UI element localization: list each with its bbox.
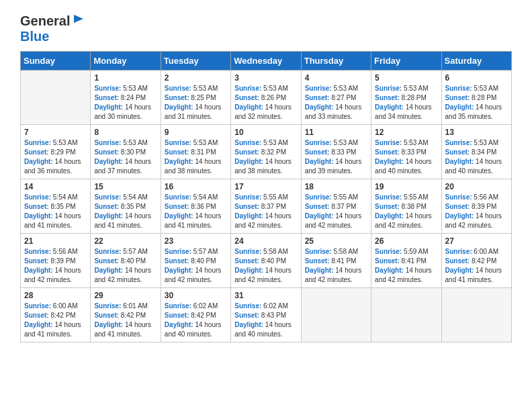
calendar-cell: 17 Sunrise: 5:55 AM Sunset: 8:37 PM Dayl… xyxy=(231,179,301,234)
calendar-cell: 21 Sunrise: 5:56 AM Sunset: 8:39 PM Dayl… xyxy=(21,234,91,288)
sunrise-label: Sunrise: xyxy=(234,302,261,310)
day-number: 24 xyxy=(234,236,297,246)
cell-info: Sunrise: 5:53 AM Sunset: 8:28 PM Dayligh… xyxy=(375,84,437,122)
daylight-label: Daylight: xyxy=(234,212,263,220)
sunset-label: Sunset: xyxy=(445,94,470,101)
calendar-cell: 11 Sunrise: 5:53 AM Sunset: 8:33 PM Dayl… xyxy=(301,125,371,179)
sunset-label: Sunset: xyxy=(24,148,49,156)
sunset-label: Sunset: xyxy=(375,203,400,210)
weekday-header-friday: Friday xyxy=(371,52,441,71)
daylight-label: Daylight: xyxy=(165,212,193,220)
daylight-label: Daylight: xyxy=(94,321,123,328)
sunrise-label: Sunrise: xyxy=(375,248,402,255)
weekday-header-wednesday: Wednesday xyxy=(231,52,301,71)
day-number: 4 xyxy=(305,73,367,83)
sunrise-label: Sunrise: xyxy=(305,85,332,92)
daylight-label: Daylight: xyxy=(375,267,404,274)
daylight-label: Daylight: xyxy=(305,103,334,111)
daylight-label: Daylight: xyxy=(375,212,404,220)
daylight-label: Daylight: xyxy=(94,103,123,111)
sunrise-label: Sunrise: xyxy=(24,302,51,310)
day-number: 10 xyxy=(234,128,297,137)
sunrise-label: Sunrise: xyxy=(234,193,261,201)
sunset-label: Sunset: xyxy=(165,203,189,210)
cell-info: Sunrise: 6:02 AM Sunset: 8:42 PM Dayligh… xyxy=(165,302,227,339)
daylight-label: Daylight: xyxy=(305,267,334,274)
cell-info: Sunrise: 5:58 AM Sunset: 8:41 PM Dayligh… xyxy=(305,247,367,285)
daylight-label: Daylight: xyxy=(24,212,53,220)
cell-info: Sunrise: 5:54 AM Sunset: 8:36 PM Dayligh… xyxy=(165,193,227,230)
logo-general-text: General xyxy=(20,13,70,29)
day-number: 29 xyxy=(94,291,157,300)
cell-info: Sunrise: 5:55 AM Sunset: 8:38 PM Dayligh… xyxy=(375,193,437,230)
day-number: 7 xyxy=(24,128,87,137)
cell-info: Sunrise: 5:58 AM Sunset: 8:40 PM Dayligh… xyxy=(234,247,297,285)
sunset-label: Sunset: xyxy=(305,148,330,156)
cell-info: Sunrise: 5:53 AM Sunset: 8:28 PM Dayligh… xyxy=(445,84,508,122)
cell-info: Sunrise: 5:55 AM Sunset: 8:37 PM Dayligh… xyxy=(234,193,297,230)
daylight-label: Daylight: xyxy=(234,158,263,165)
sunrise-label: Sunrise: xyxy=(165,85,191,92)
sunrise-label: Sunrise: xyxy=(165,248,191,255)
day-number: 16 xyxy=(165,182,227,191)
calendar-table: SundayMondayTuesdayWednesdayThursdayFrid… xyxy=(20,51,512,342)
calendar-cell: 3 Sunrise: 5:53 AM Sunset: 8:26 PM Dayli… xyxy=(231,71,301,125)
logo-flag-icon xyxy=(71,13,86,28)
calendar-cell: 23 Sunrise: 5:57 AM Sunset: 8:40 PM Dayl… xyxy=(161,234,230,288)
cell-info: Sunrise: 5:53 AM Sunset: 8:29 PM Dayligh… xyxy=(24,138,87,176)
sunrise-label: Sunrise: xyxy=(94,85,121,92)
sunrise-label: Sunrise: xyxy=(445,139,472,146)
sunset-label: Sunset: xyxy=(375,257,400,265)
sunrise-label: Sunrise: xyxy=(94,248,121,255)
sunrise-label: Sunrise: xyxy=(94,193,121,201)
sunset-label: Sunset: xyxy=(24,203,49,210)
cell-info: Sunrise: 6:00 AM Sunset: 8:42 PM Dayligh… xyxy=(445,247,508,285)
cell-info: Sunrise: 5:53 AM Sunset: 8:30 PM Dayligh… xyxy=(94,138,157,176)
sunset-label: Sunset: xyxy=(165,148,189,156)
sunrise-label: Sunrise: xyxy=(234,248,261,255)
sunset-label: Sunset: xyxy=(305,94,330,101)
sunrise-label: Sunrise: xyxy=(165,193,191,201)
sunrise-label: Sunrise: xyxy=(305,139,332,146)
cell-info: Sunrise: 5:53 AM Sunset: 8:31 PM Dayligh… xyxy=(165,138,227,176)
cell-info: Sunrise: 5:53 AM Sunset: 8:32 PM Dayligh… xyxy=(234,138,297,176)
daylight-label: Daylight: xyxy=(165,267,193,274)
page: General Blue SundayMondayTuesdayWednesda… xyxy=(0,0,532,356)
sunrise-label: Sunrise: xyxy=(234,85,261,92)
daylight-label: Daylight: xyxy=(165,321,193,328)
weekday-header-thursday: Thursday xyxy=(301,52,371,71)
daylight-label: Daylight: xyxy=(445,158,474,165)
logo-blue-text: Blue xyxy=(20,29,49,44)
cell-info: Sunrise: 5:53 AM Sunset: 8:33 PM Dayligh… xyxy=(305,138,367,176)
calendar-cell: 20 Sunrise: 5:56 AM Sunset: 8:39 PM Dayl… xyxy=(441,179,511,234)
daylight-label: Daylight: xyxy=(375,103,404,111)
cell-info: Sunrise: 5:55 AM Sunset: 8:37 PM Dayligh… xyxy=(305,193,367,230)
day-number: 18 xyxy=(305,182,367,191)
calendar-cell: 12 Sunrise: 5:53 AM Sunset: 8:33 PM Dayl… xyxy=(371,125,441,179)
sunrise-label: Sunrise: xyxy=(305,193,332,201)
day-number: 19 xyxy=(375,182,437,191)
cell-info: Sunrise: 5:56 AM Sunset: 8:39 PM Dayligh… xyxy=(445,193,508,230)
sunrise-label: Sunrise: xyxy=(24,193,51,201)
sunrise-label: Sunrise: xyxy=(165,302,191,310)
day-number: 13 xyxy=(445,128,508,137)
sunset-label: Sunset: xyxy=(375,94,400,101)
day-number: 1 xyxy=(94,73,157,83)
calendar-cell: 16 Sunrise: 5:54 AM Sunset: 8:36 PM Dayl… xyxy=(161,179,230,234)
cell-info: Sunrise: 6:01 AM Sunset: 8:42 PM Dayligh… xyxy=(94,302,157,339)
daylight-label: Daylight: xyxy=(24,267,53,274)
sunset-label: Sunset: xyxy=(445,203,470,210)
daylight-label: Daylight: xyxy=(165,158,193,165)
sunrise-label: Sunrise: xyxy=(94,139,121,146)
day-number: 23 xyxy=(165,236,227,246)
day-number: 30 xyxy=(165,291,227,300)
daylight-label: Daylight: xyxy=(234,103,263,111)
day-number: 17 xyxy=(234,182,297,191)
daylight-label: Daylight: xyxy=(94,158,123,165)
calendar-cell: 13 Sunrise: 5:53 AM Sunset: 8:34 PM Dayl… xyxy=(441,125,511,179)
day-number: 14 xyxy=(24,182,87,191)
sunrise-label: Sunrise: xyxy=(234,139,261,146)
sunset-label: Sunset: xyxy=(305,203,330,210)
day-number: 28 xyxy=(24,291,87,300)
day-number: 11 xyxy=(305,128,367,137)
